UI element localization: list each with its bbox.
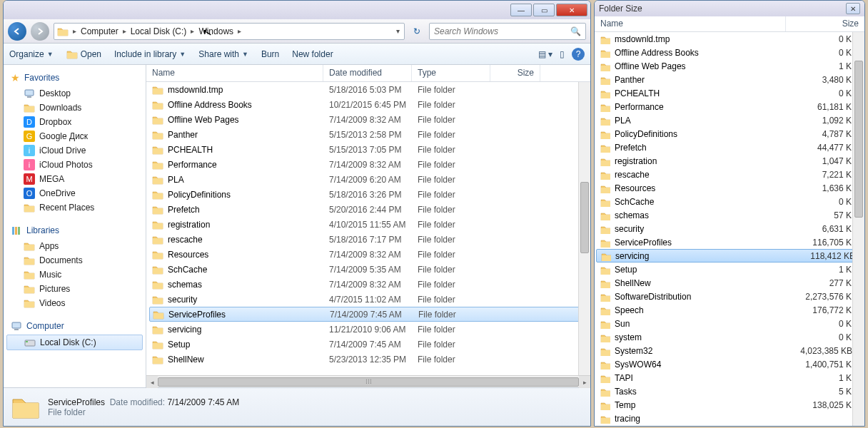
sidebar-item[interactable]: Desktop bbox=[4, 86, 146, 101]
folder-size-row[interactable]: rescache 7,221 KB bbox=[595, 168, 864, 181]
column-size[interactable]: Size bbox=[490, 65, 540, 81]
back-button[interactable] bbox=[8, 22, 26, 41]
scrollbar-thumb[interactable]: ⁞⁞⁞ bbox=[158, 377, 579, 387]
file-row[interactable]: Prefetch 5/20/2016 2:44 PM File folder bbox=[146, 202, 590, 217]
column-type[interactable]: Type bbox=[412, 65, 490, 81]
view-options-button[interactable]: ▤ ▾ bbox=[538, 49, 552, 59]
file-row[interactable]: msdownld.tmp 5/18/2016 5:03 PM File fold… bbox=[146, 82, 590, 97]
file-row[interactable]: PLA 7/14/2009 6:20 AM File folder bbox=[146, 172, 590, 187]
burn-button[interactable]: Burn bbox=[261, 49, 279, 59]
scroll-left-button[interactable]: ◂ bbox=[146, 376, 158, 388]
file-row[interactable]: Offline Web Pages 7/14/2009 8:32 AM File… bbox=[146, 112, 590, 127]
file-row[interactable]: PolicyDefinitions 5/18/2016 3:26 PM File… bbox=[146, 187, 590, 202]
minimize-button[interactable]: ― bbox=[510, 4, 532, 16]
maximize-button[interactable]: ▭ bbox=[533, 4, 555, 16]
folder-size-row[interactable]: servicing 118,412 KB bbox=[596, 249, 863, 263]
sidebar-item[interactable]: Local Disk (C:) bbox=[6, 335, 143, 350]
forward-button[interactable] bbox=[31, 22, 49, 41]
file-row[interactable]: Performance 7/14/2009 8:32 AM File folde… bbox=[146, 157, 590, 172]
search-icon[interactable]: 🔍 bbox=[570, 26, 581, 36]
vertical-scrollbar[interactable] bbox=[852, 32, 864, 426]
column-name[interactable]: Name bbox=[595, 16, 786, 31]
scroll-right-button[interactable]: ▸ bbox=[579, 376, 590, 388]
organize-menu[interactable]: Organize ▼ bbox=[9, 49, 54, 59]
sidebar-item[interactable]: Downloads bbox=[4, 101, 146, 115]
column-size[interactable]: Size bbox=[786, 16, 864, 31]
file-row[interactable]: SchCache 7/14/2009 5:35 AM File folder bbox=[146, 262, 590, 277]
sidebar-item[interactable]: Recent Places bbox=[4, 200, 146, 215]
chevron-right-icon[interactable]: ▸ bbox=[236, 27, 243, 35]
folder-size-row[interactable]: Performance 61,181 KB bbox=[595, 100, 864, 113]
sidebar-item[interactable]: Apps bbox=[4, 239, 146, 253]
sidebar-item[interactable]: iiCloud Photos bbox=[4, 158, 146, 172]
file-row[interactable]: registration 4/10/2015 11:55 AM File fol… bbox=[146, 217, 590, 232]
folder-size-row[interactable]: Panther 3,480 KB bbox=[595, 73, 864, 86]
sidebar-item[interactable]: DDropbox bbox=[4, 115, 146, 129]
folder-size-row[interactable]: registration 1,047 KB bbox=[595, 154, 864, 168]
file-row[interactable]: ServiceProfiles 7/14/2009 7:45 AM File f… bbox=[149, 307, 587, 322]
file-row[interactable]: schemas 7/14/2009 8:32 AM File folder bbox=[146, 277, 590, 292]
folder-size-row[interactable]: Offline Web Pages 1 KB bbox=[595, 59, 864, 73]
refresh-button[interactable]: ↻ bbox=[409, 26, 425, 36]
file-row[interactable]: security 4/7/2015 11:02 AM File folder bbox=[146, 292, 590, 307]
sidebar-item[interactable]: iiCloud Drive bbox=[4, 143, 146, 158]
breadcrumb-segment[interactable]: Computer bbox=[78, 26, 121, 36]
folder-size-row[interactable]: Speech 176,772 KB bbox=[595, 303, 864, 317]
folder-size-row[interactable]: SysWOW64 1,400,751 KB bbox=[595, 357, 864, 371]
scrollbar-thumb[interactable] bbox=[580, 182, 589, 253]
folder-size-row[interactable]: PCHEALTH 0 KB bbox=[595, 86, 864, 100]
folder-size-row[interactable]: Prefetch 44,477 KB bbox=[595, 141, 864, 154]
folder-size-row[interactable]: Tasks 5 KB bbox=[595, 384, 864, 398]
sidebar-group-favorites[interactable]: ★Favorites bbox=[4, 69, 146, 86]
file-rows[interactable]: msdownld.tmp 5/18/2016 5:03 PM File fold… bbox=[146, 82, 590, 375]
vertical-scrollbar[interactable] bbox=[578, 82, 590, 375]
sidebar-item[interactable]: Pictures bbox=[4, 282, 146, 296]
sidebar-group-libraries[interactable]: Libraries bbox=[4, 222, 146, 239]
folder-size-row[interactable]: PolicyDefinitions 4,787 KB bbox=[595, 127, 864, 141]
folder-size-row[interactable]: PLA 1,092 KB bbox=[595, 113, 864, 127]
sidebar-group-computer[interactable]: Computer bbox=[4, 317, 146, 335]
close-button[interactable]: ✕ bbox=[846, 3, 860, 14]
breadcrumb-segment[interactable]: Windows bbox=[196, 26, 236, 36]
file-row[interactable]: ShellNew 5/23/2013 12:35 PM File folder bbox=[146, 352, 590, 367]
file-row[interactable]: rescache 5/18/2016 7:17 PM File folder bbox=[146, 232, 590, 247]
folder-size-row[interactable]: schemas 57 KB bbox=[595, 208, 864, 222]
folder-size-row[interactable]: tracing bbox=[595, 412, 864, 425]
share-menu[interactable]: Share with ▼ bbox=[198, 49, 248, 59]
sidebar-item[interactable]: Music bbox=[4, 268, 146, 282]
folder-size-row[interactable]: security 6,631 KB bbox=[595, 222, 864, 235]
breadcrumb-segment[interactable]: Local Disk (C:) bbox=[128, 26, 190, 36]
folder-size-row[interactable]: ShellNew 277 KB bbox=[595, 276, 864, 290]
breadcrumb[interactable]: ▸ Computer ▸ Local Disk (C:) ▸ Windows ▸… bbox=[54, 23, 405, 40]
folder-size-row[interactable]: Offline Address Books 0 KB bbox=[595, 46, 864, 59]
folder-size-row[interactable]: System32 4,023,385 KB+ bbox=[595, 344, 864, 357]
folder-size-row[interactable]: Resources 1,636 KB bbox=[595, 181, 864, 195]
folder-size-row[interactable]: Setup 1 KB bbox=[595, 263, 864, 276]
file-row[interactable]: PCHEALTH 5/15/2013 7:05 PM File folder bbox=[146, 142, 590, 157]
include-menu[interactable]: Include in library ▼ bbox=[114, 49, 186, 59]
folder-size-row[interactable]: SchCache 0 KB bbox=[595, 195, 864, 208]
folder-size-row[interactable]: SoftwareDistribution 2,273,576 KB bbox=[595, 290, 864, 303]
file-row[interactable]: Offline Address Books 10/21/2015 6:45 PM… bbox=[146, 97, 590, 112]
scrollbar-thumb[interactable] bbox=[854, 61, 863, 218]
folder-size-row[interactable]: system 0 KB bbox=[595, 330, 864, 344]
chevron-right-icon[interactable]: ▸ bbox=[189, 27, 196, 35]
open-button[interactable]: Open bbox=[66, 49, 101, 60]
file-row[interactable]: servicing 11/21/2010 9:06 AM File folder bbox=[146, 322, 590, 337]
chevron-right-icon[interactable]: ▸ bbox=[71, 27, 78, 35]
chevron-down-icon[interactable]: ▾ bbox=[395, 27, 401, 35]
sidebar-item[interactable]: Videos bbox=[4, 296, 146, 310]
chevron-right-icon[interactable]: ▸ bbox=[121, 27, 128, 35]
sidebar-item[interactable]: Documents bbox=[4, 253, 146, 268]
new-folder-button[interactable]: New folder bbox=[292, 49, 333, 59]
preview-pane-button[interactable]: ▯ bbox=[560, 49, 565, 59]
horizontal-scrollbar[interactable]: ◂ ⁞⁞⁞ ▸ bbox=[146, 375, 590, 387]
close-button[interactable]: ✕ bbox=[556, 4, 587, 16]
column-name[interactable]: Name bbox=[146, 65, 323, 81]
folder-size-row[interactable]: msdownld.tmp 0 KB bbox=[595, 32, 864, 46]
sidebar-item[interactable]: OOneDrive bbox=[4, 186, 146, 200]
sidebar-item[interactable]: GGoogle Диск bbox=[4, 129, 146, 143]
column-date[interactable]: Date modified bbox=[323, 65, 412, 81]
help-button[interactable]: ? bbox=[572, 48, 585, 61]
file-row[interactable]: Resources 7/14/2009 8:32 AM File folder bbox=[146, 247, 590, 262]
